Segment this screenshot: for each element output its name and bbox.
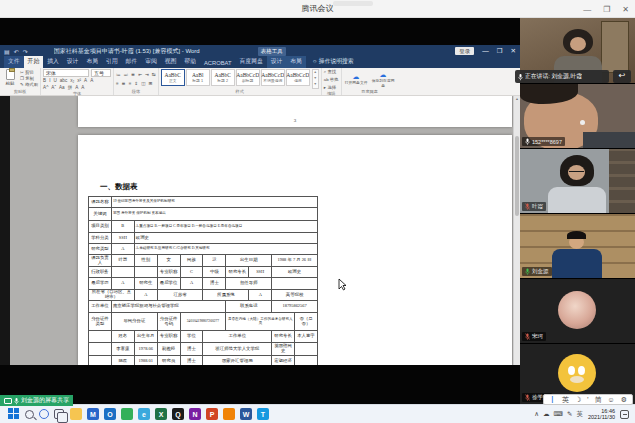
onenote-icon[interactable]: N bbox=[189, 408, 201, 420]
editing-command[interactable]: ab 替换 bbox=[324, 77, 339, 83]
table-cell[interactable] bbox=[89, 356, 112, 365]
font-name-select[interactable]: 宋体 bbox=[43, 69, 89, 77]
tray-icon[interactable]: ∧ bbox=[534, 410, 539, 418]
table-cell[interactable]: C bbox=[181, 267, 204, 278]
table-cell[interactable]: 学科分类 bbox=[89, 233, 112, 244]
font-button[interactable]: U bbox=[53, 78, 56, 84]
table-cell[interactable]: A.基础研究 B.应用研究 C.综合研究 D.其他研究 bbox=[135, 244, 318, 255]
tab-baidu-netdisk[interactable]: 百度网盘 bbox=[236, 56, 267, 68]
task-view-icon[interactable] bbox=[54, 409, 64, 419]
paragraph-button[interactable]: ≣ bbox=[122, 81, 126, 87]
word-minimize-icon[interactable]: — bbox=[482, 47, 489, 55]
table-cell[interactable]: 1978.06 bbox=[135, 343, 158, 356]
quick-access-icon[interactable]: ▤ bbox=[4, 48, 10, 55]
quick-access-icon[interactable]: ↶ bbox=[14, 48, 19, 55]
table-cell[interactable]: 19 世纪英国海外投资及其保护机制研究 bbox=[112, 197, 318, 208]
tab-table-layout[interactable]: 布局 bbox=[286, 56, 306, 68]
table-cell[interactable]: 学位 bbox=[181, 331, 204, 343]
table-cell[interactable]: 工作单位 bbox=[203, 331, 272, 343]
word-restore-icon[interactable]: ❐ bbox=[497, 47, 503, 55]
table-cell[interactable]: 国家外汇管理局 bbox=[203, 356, 272, 365]
table-cell[interactable]: 最后学位 bbox=[158, 278, 181, 290]
table-cell[interactable]: 姚磊 bbox=[112, 356, 135, 365]
table-cell[interactable] bbox=[272, 278, 318, 290]
style-emphasis[interactable]: AaBbCcD强调 bbox=[286, 69, 310, 86]
wechat-icon[interactable] bbox=[121, 408, 133, 420]
tab-references[interactable]: 引用 bbox=[102, 56, 122, 68]
tencent-docs-icon[interactable]: T bbox=[257, 408, 269, 420]
table-cell[interactable]: 关键词 bbox=[89, 208, 112, 221]
scrollbar-thumb[interactable] bbox=[515, 136, 519, 216]
mail-icon[interactable]: M bbox=[87, 408, 99, 420]
table-cell[interactable] bbox=[295, 343, 318, 356]
table-cell[interactable]: 最后学历 bbox=[89, 278, 112, 290]
paragraph-button[interactable]: ≔ bbox=[116, 72, 121, 78]
table-cell[interactable]: 欧洲史 bbox=[135, 233, 318, 244]
table-cell[interactable]: 性别 bbox=[135, 255, 158, 267]
tab-acrobat[interactable]: ACROBAT bbox=[200, 59, 236, 68]
table-cell[interactable]: 居民身份证 bbox=[112, 313, 158, 331]
table-cell[interactable]: 博士 bbox=[181, 343, 204, 356]
table-cell[interactable]: 项目类别 bbox=[89, 221, 112, 233]
tab-layout[interactable]: 布局 bbox=[82, 56, 102, 68]
paragraph-button[interactable]: ≕ bbox=[124, 72, 129, 78]
font-button[interactable]: x₂ bbox=[70, 78, 74, 84]
paragraph-button[interactable]: ⇕ bbox=[134, 81, 138, 87]
table-cell[interactable]: 副教授 bbox=[158, 343, 181, 356]
table-cell[interactable]: 江苏省 bbox=[158, 290, 204, 301]
ime-button[interactable]: ☺ bbox=[608, 395, 615, 405]
ime-button[interactable]: ’ bbox=[587, 395, 589, 405]
table-cell[interactable]: 民族 bbox=[181, 255, 204, 267]
table-cell[interactable]: 研究类型 bbox=[89, 244, 112, 255]
table-cell[interactable]: 姓名 bbox=[112, 331, 135, 343]
participant-tile[interactable]: 叶霞 bbox=[520, 149, 635, 213]
participant-tile[interactable]: 刘金源 bbox=[520, 214, 635, 278]
tab-home[interactable]: 开始 bbox=[24, 56, 44, 68]
table-cell[interactable]: 身份证件类型 bbox=[89, 313, 112, 331]
font-button[interactable]: abc bbox=[60, 78, 67, 84]
table-cell[interactable]: 英国殖民史 bbox=[272, 343, 295, 356]
paragraph-button[interactable]: ≣ bbox=[131, 72, 135, 78]
table-cell[interactable]: 宏观经济 bbox=[272, 356, 295, 365]
table-cell[interactable]: 浙江师范大学人文学院 bbox=[203, 343, 272, 356]
table-cell[interactable]: 行政职务 bbox=[89, 267, 112, 278]
reply-arrow-button[interactable]: ↩ bbox=[613, 70, 631, 83]
document-page[interactable]: 一、数据表 课题名称19 世纪英国海外投资及其保护机制研究关键词英国 海外投资 … bbox=[78, 135, 512, 365]
taskbar-clock[interactable]: 16:46 2021/11/30 bbox=[588, 408, 615, 420]
netdisk-save-button[interactable]: ☁ 保存到百度网盘 bbox=[371, 69, 396, 89]
font-button[interactable]: A bbox=[90, 78, 93, 84]
screen-share-badge[interactable]: 刘金源的屏幕共享 bbox=[0, 395, 73, 406]
cortana-icon[interactable] bbox=[39, 409, 49, 419]
tab-help[interactable]: 帮助 bbox=[180, 56, 200, 68]
table-cell[interactable]: 否（是否） bbox=[295, 313, 318, 331]
table-cell[interactable] bbox=[135, 267, 158, 278]
tray-icon[interactable]: ☁ bbox=[543, 410, 550, 418]
table-cell[interactable]: 女 bbox=[158, 255, 181, 267]
tab-review[interactable]: 审阅 bbox=[141, 56, 161, 68]
participant-tile[interactable]: 152****8697 bbox=[520, 84, 635, 148]
quick-access-icon[interactable]: ↷ bbox=[23, 48, 28, 55]
table-cell[interactable]: 本人签字 bbox=[295, 331, 318, 343]
table-cell[interactable]: B bbox=[112, 221, 135, 233]
font-button[interactable]: B bbox=[43, 78, 46, 84]
notification-icon[interactable] bbox=[620, 410, 629, 419]
netdisk-open-button[interactable]: ☁ 打开网盘文件 bbox=[344, 69, 369, 89]
table-cell[interactable]: 1988 年 7 月 26 日 bbox=[272, 255, 318, 267]
table-cell[interactable]: SSH bbox=[112, 233, 135, 244]
table-cell[interactable]: 高等院校 bbox=[272, 290, 318, 301]
table-cell[interactable]: 研究生 bbox=[135, 278, 158, 290]
powerpoint-icon[interactable]: P bbox=[206, 408, 218, 420]
table-cell[interactable]: 博士 bbox=[203, 278, 226, 290]
tab-mailings[interactable]: 邮件 bbox=[122, 56, 142, 68]
table-cell[interactable] bbox=[112, 267, 135, 278]
table-cell[interactable]: A bbox=[181, 278, 204, 290]
table-cell[interactable]: 南京晓庄学院旅游与社会管理学院 bbox=[112, 301, 227, 313]
word-scrollbar[interactable]: ▲ bbox=[513, 96, 520, 365]
table-cell[interactable]: 英国 海外投资 保护机制 资本输出 bbox=[112, 208, 318, 221]
table-cell[interactable]: 欧洲史 bbox=[272, 267, 318, 278]
start-button[interactable] bbox=[8, 408, 20, 420]
style-subtle-emphasis[interactable]: AaBbCcD不明显强调 bbox=[261, 69, 285, 86]
table-cell[interactable]: 专业职称 bbox=[158, 267, 181, 278]
excel-icon[interactable]: X bbox=[155, 408, 167, 420]
signin-button[interactable]: 登录 bbox=[455, 47, 474, 55]
